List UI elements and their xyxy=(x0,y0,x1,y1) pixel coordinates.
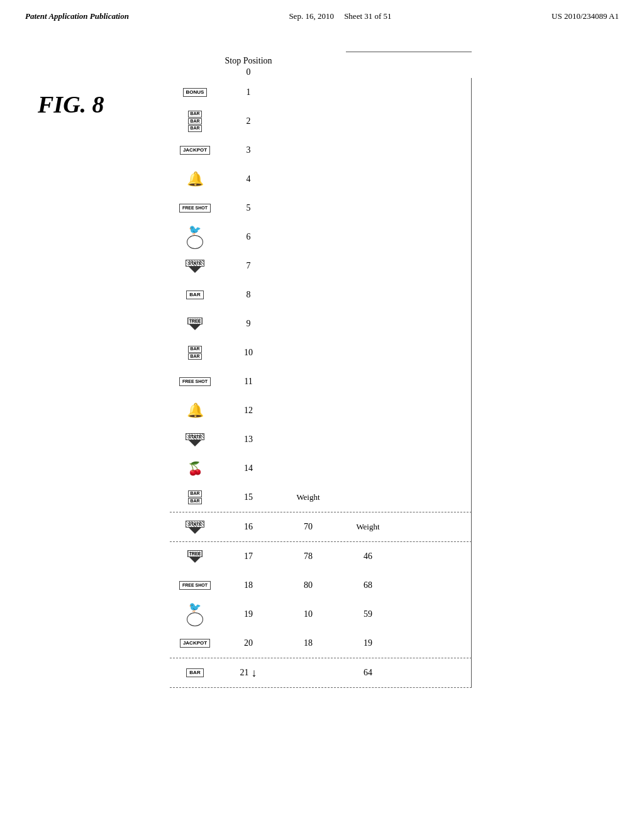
main-content: FIG. 8 Stop Position 0 BONUS 1 xyxy=(0,28,644,34)
symbol-cell: JACKPOT xyxy=(170,146,220,155)
symbol-cell: 🐦 xyxy=(170,225,220,249)
symbol-cell: FREE SHOT xyxy=(170,204,220,213)
symbol-cell: FREE SHOT xyxy=(170,581,220,590)
table-row: 🔔 4 xyxy=(170,165,472,194)
symbol-cell: JACKPOT xyxy=(170,639,220,648)
jackpot-symbol: JACKPOT xyxy=(180,146,210,155)
symbol-cell: BAR BAR xyxy=(170,490,220,504)
table-body: BONUS 1 BAR BAR BAR 2 xyxy=(170,78,472,688)
bird-circle-symbol: 🐦 xyxy=(187,225,203,249)
bell-symbol-2: 🔔 xyxy=(187,404,204,418)
symbol-cell: BAR BAR xyxy=(170,346,220,360)
symbol-cell: 🔔 xyxy=(170,172,220,186)
free-shot-symbol-3: FREE SHOT xyxy=(179,581,211,590)
symbol-cell: 🔔 xyxy=(170,404,220,418)
table-row: FREE SHOT 18 80 68 xyxy=(170,571,472,600)
table-row: STATE 16 70 Weight xyxy=(170,512,472,541)
weight-col-header: Weight xyxy=(296,492,319,502)
table-row: STATE 7 xyxy=(170,252,472,280)
data-table: Stop Position 0 BONUS 1 xyxy=(170,47,472,688)
symbol-cell: 🍒 xyxy=(170,462,220,475)
table-row: 🐦 6 xyxy=(170,223,472,252)
state-symbol: STATE xyxy=(186,260,204,273)
table-row: JACKPOT 20 18 19 xyxy=(170,629,472,658)
symbol-cell: BAR xyxy=(170,290,220,300)
symbol-cell: BONUS xyxy=(170,88,220,97)
symbol-cell: 🐦 xyxy=(170,602,220,626)
publication-label: Patent Application Publication xyxy=(25,11,129,21)
free-shot-symbol-2: FREE SHOT xyxy=(179,377,211,386)
symbol-cell: TREE xyxy=(170,550,220,563)
table-row: BAR 8 xyxy=(170,280,472,309)
table-row: FREE SHOT 11 xyxy=(170,367,472,396)
cherry-symbol: 🍒 xyxy=(187,462,203,475)
bonus-symbol: BONUS xyxy=(183,88,208,97)
page-header: Patent Application Publication Sep. 16, … xyxy=(0,0,644,28)
table-row: JACKPOT 3 xyxy=(170,136,472,165)
figure-label: FIG. 8 xyxy=(38,91,104,118)
table-row: BONUS 1 xyxy=(170,78,472,107)
weight-col-header-2: Weight xyxy=(356,522,379,531)
two-bar-symbol-2: BAR BAR xyxy=(188,490,201,504)
state-symbol-3: STATE xyxy=(186,521,204,534)
tree-symbol: TREE xyxy=(187,318,203,330)
bar-symbol-2: BAR xyxy=(186,668,203,678)
symbol-cell: TREE xyxy=(170,318,220,330)
bar-symbol: BAR xyxy=(186,290,203,300)
table-row: BAR BAR 15 Weight xyxy=(170,483,472,512)
state-symbol-2: STATE xyxy=(186,433,204,446)
symbol-cell: STATE xyxy=(170,260,220,273)
bell-symbol: 🔔 xyxy=(187,172,204,186)
table-row: STATE 13 xyxy=(170,425,472,454)
table-row: TREE 17 78 46 xyxy=(170,542,472,571)
table-row: 🍒 14 xyxy=(170,454,472,483)
table-row: 🐦 19 10 59 xyxy=(170,600,472,629)
table-row: TREE 9 xyxy=(170,309,472,338)
tree-symbol-2: TREE xyxy=(187,550,203,563)
table-row: BAR BAR BAR 2 xyxy=(170,107,472,136)
patent-number: US 2010/234089 A1 xyxy=(552,11,619,21)
symbol-cell: BAR xyxy=(170,668,220,678)
down-arrow-icon: ↓ xyxy=(252,667,257,678)
two-bar-symbol: BAR BAR xyxy=(188,346,201,360)
symbol-cell: STATE xyxy=(170,521,220,534)
symbol-cell: BAR BAR BAR xyxy=(170,111,220,131)
table-row: BAR 21 ↓ 64 xyxy=(170,658,472,687)
symbol-cell: FREE SHOT xyxy=(170,377,220,386)
table-row: BAR BAR 10 xyxy=(170,338,472,367)
symbol-cell: STATE xyxy=(170,433,220,446)
free-shot-symbol: FREE SHOT xyxy=(179,204,211,213)
jackpot-symbol-2: JACKPOT xyxy=(180,639,210,648)
three-bar-symbol: BAR BAR BAR xyxy=(188,111,201,131)
date-label: Sep. 16, 2010 Sheet 31 of 51 xyxy=(289,11,391,21)
bird-circle-symbol-2: 🐦 xyxy=(187,602,203,626)
table-row: FREE SHOT 5 xyxy=(170,194,472,223)
stop-position-header: Stop Position 0 xyxy=(220,55,277,78)
dashed-divider-bottom xyxy=(170,687,472,688)
table-row: 🔔 12 xyxy=(170,396,472,425)
